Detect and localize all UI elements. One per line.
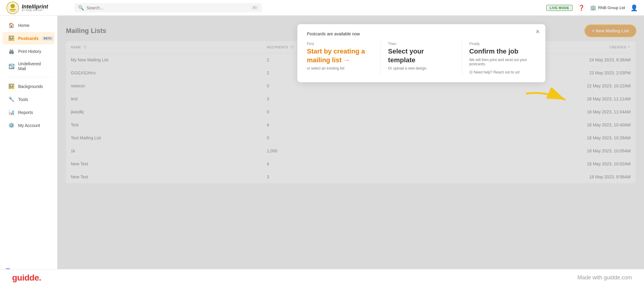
intelliprint-logo-icon: [6, 1, 19, 15]
info-step-3: Finally Confirm the job We will then pri…: [469, 42, 535, 75]
topbar: Intelliprint BY RNB GROUP 🔍 ⌘/ LIVE MODE…: [0, 0, 644, 16]
search-icon: 🔍: [78, 5, 84, 11]
info-banner-title: Postcards are available now: [307, 31, 536, 36]
reports-icon: 📊: [8, 109, 15, 115]
info-banner-steps: First Start by creating amailing list → …: [307, 42, 536, 75]
sidebar-item-tools-label: Tools: [18, 97, 49, 102]
help-icon[interactable]: ❓: [578, 5, 585, 11]
sidebar-item-home[interactable]: 🏠 Home: [2, 19, 55, 31]
sidebar-item-undelivered-label: Undelivered Mail: [18, 61, 49, 71]
arrow-annotation: [520, 88, 574, 113]
info-step-1: First Start by creating amailing list → …: [307, 42, 373, 75]
guidde-tagline: Made with guidde.com: [577, 275, 632, 281]
sidebar-item-print-history[interactable]: 🖨️ Print History: [2, 45, 55, 57]
logo-text-group: Intelliprint BY RNB GROUP: [22, 4, 48, 12]
svg-point-1: [11, 4, 15, 8]
user-account-icon[interactable]: 👤: [630, 4, 638, 11]
my-account-icon: ⚙️: [8, 122, 15, 128]
company-name: RNB Group Ltd: [598, 5, 625, 10]
sidebar-item-postcards[interactable]: 🖼️ Postcards BETA: [2, 32, 55, 44]
footer: guidde. Made with guidde.com: [0, 269, 644, 286]
step2-main: Select your template: [388, 47, 447, 64]
step-divider-2: [462, 42, 462, 75]
step1-main[interactable]: Start by creating amailing list →: [307, 47, 366, 64]
sidebar-divider: [5, 77, 52, 77]
sidebar-item-backgrounds-label: Backgrounds: [18, 84, 49, 89]
info-banner: ✕ Postcards are available now First Star…: [297, 24, 545, 82]
svg-rect-2: [10, 9, 16, 10]
sidebar-item-reports-label: Reports: [18, 110, 49, 115]
info-step-2: Then Select your template Or upload a ne…: [388, 42, 454, 75]
help-link[interactable]: ⓪ Need help? Reach out to us!: [469, 70, 528, 75]
sidebar-item-tools[interactable]: 🔧 Tools: [2, 93, 55, 106]
logo-area: Intelliprint BY RNB GROUP: [6, 1, 64, 15]
backgrounds-icon: 🖼️: [8, 83, 15, 89]
search-bar[interactable]: 🔍 ⌘/: [74, 3, 262, 12]
undelivered-mail-icon: ↩️: [8, 63, 15, 69]
company-info: 🏢 RNB Group Ltd: [590, 5, 625, 11]
sidebar: 🏠 Home 🖼️ Postcards BETA 🖨️ Print Histor…: [0, 16, 57, 286]
sidebar-item-my-account[interactable]: ⚙️ My Account: [2, 119, 55, 132]
print-history-icon: 🖨️: [8, 48, 15, 54]
step1-text: Start by creating amailing list →: [307, 47, 365, 64]
step3-sub: We will then print and send out your pos…: [469, 58, 528, 66]
tools-icon: 🔧: [8, 96, 15, 102]
arrow-svg: [520, 88, 574, 112]
step1-label: First: [307, 42, 366, 46]
search-input[interactable]: [87, 5, 249, 10]
keyboard-shortcut-icon: ⌘/: [251, 5, 258, 10]
postcards-icon: 🖼️: [8, 35, 15, 41]
close-icon[interactable]: ✕: [535, 28, 540, 35]
sidebar-item-my-account-label: My Account: [18, 123, 49, 128]
sidebar-item-home-label: Home: [18, 23, 49, 28]
step2-label: Then: [388, 42, 447, 46]
step2-sub: Or upload a new design: [388, 66, 447, 70]
step3-label: Finally: [469, 42, 528, 46]
step3-main: Confirm the job: [469, 47, 528, 56]
topbar-right: LIVE MODE ❓ 🏢 RNB Group Ltd 👤: [546, 4, 638, 11]
svg-rect-3: [10, 11, 15, 11]
home-icon: 🏠: [8, 22, 15, 28]
step-divider-1: [381, 42, 381, 75]
beta-badge: BETA: [42, 36, 53, 41]
sidebar-item-undelivered-mail[interactable]: ↩️ Undelivered Mail: [2, 58, 55, 74]
company-icon: 🏢: [590, 5, 596, 11]
guidde-logo: guidde.: [12, 273, 41, 283]
live-mode-badge[interactable]: LIVE MODE: [546, 5, 573, 11]
step1-sub: or select an existing list: [307, 66, 366, 70]
sidebar-item-backgrounds[interactable]: 🖼️ Backgrounds: [2, 80, 55, 93]
sidebar-item-reports[interactable]: 📊 Reports: [2, 106, 55, 119]
sidebar-item-print-history-label: Print History: [18, 49, 49, 54]
sidebar-item-postcards-label: Postcards: [18, 36, 39, 41]
